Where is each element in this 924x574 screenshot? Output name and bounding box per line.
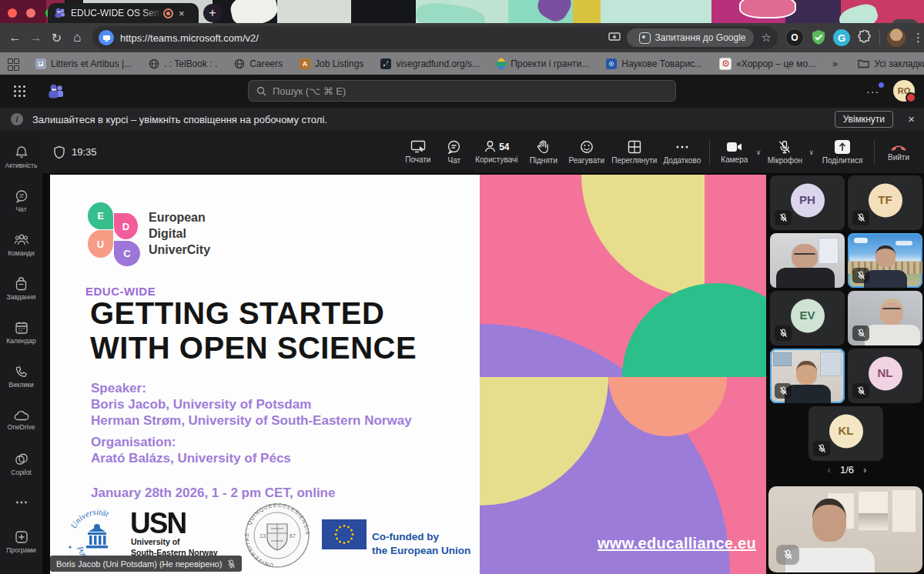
teams-profile-avatar[interactable]: RO xyxy=(893,80,915,102)
mic-options-chevron[interactable]: ∨ xyxy=(808,149,814,156)
usn-logo: USN xyxy=(130,506,186,540)
sidebar-item-activity[interactable]: Активність xyxy=(0,135,42,179)
all-bookmarks-button[interactable]: Усі закладки xyxy=(858,58,924,69)
browser-menu-icon[interactable]: ⋮ xyxy=(912,31,924,45)
website-link[interactable]: www.educalliance.eu xyxy=(588,535,766,552)
eu-line: Co-funded by xyxy=(372,530,470,544)
adblock-shield-icon[interactable] xyxy=(811,29,826,46)
forward-button[interactable]: → xyxy=(25,31,46,45)
home-button[interactable]: ⌂ xyxy=(67,30,88,45)
view-button[interactable]: Переглянути xyxy=(609,135,660,170)
presenter-name-text: Boris Jacob (Uni Potsdam) (Не перевірено… xyxy=(56,559,222,569)
site-permission-icon[interactable] xyxy=(99,30,114,45)
react-button[interactable]: Реагувати xyxy=(564,135,609,170)
bookmark-label: visegradfund.org/s... xyxy=(396,58,480,69)
back-button[interactable]: ← xyxy=(5,31,25,45)
participant-video-tile[interactable] xyxy=(770,233,845,288)
bookmark-item[interactable]: Careers xyxy=(234,58,283,69)
pager-prev-icon[interactable]: ‹ xyxy=(828,464,831,476)
button-label: Почати xyxy=(405,155,430,164)
seminar-date: January 28th 2026, 1 - 2 pm CET, online xyxy=(91,486,335,501)
lens-icon xyxy=(639,32,651,44)
wall-art xyxy=(858,491,889,531)
educ-logo-tile-d: D xyxy=(114,213,138,239)
start-share-button[interactable]: Почати xyxy=(398,135,438,170)
leave-button[interactable]: Вийти xyxy=(879,135,918,170)
bookmark-item[interactable]: Проекти і гранти... xyxy=(497,58,589,69)
bookmark-item[interactable]: . : TelBook : . xyxy=(149,58,217,69)
bookmark-item[interactable]: visegradfund.org/s... xyxy=(380,58,480,69)
participant-body xyxy=(865,325,920,345)
pager-next-icon[interactable]: › xyxy=(863,464,866,476)
bookmark-item[interactable]: A Job Listings xyxy=(300,58,363,69)
new-tab-button[interactable]: + xyxy=(203,4,222,22)
participant-tile[interactable]: EV xyxy=(770,291,845,345)
participant-tile[interactable]: NL xyxy=(848,349,922,403)
header-more-icon[interactable]: ··· xyxy=(866,85,879,98)
extension-o-icon[interactable]: O xyxy=(785,28,804,47)
bookmark-item[interactable]: Litteris et Artibus |... xyxy=(35,58,132,69)
participant-video-tile[interactable] xyxy=(848,233,922,288)
bookmark-item[interactable]: Наукове Товарис... xyxy=(606,58,702,69)
sidebar-item-chat[interactable]: Чат xyxy=(0,179,42,223)
teams-sidebar: Активність Чат Команди Завдання Календар… xyxy=(0,131,42,574)
globe-icon xyxy=(234,58,245,69)
button-label: Чат xyxy=(448,156,461,165)
extension-g-icon[interactable]: G xyxy=(833,29,850,46)
bookmark-item[interactable]: «Хоррор – це мо... xyxy=(719,58,815,70)
more-actions-button[interactable]: Додатково xyxy=(660,135,705,170)
mic-button[interactable]: Мікрофон xyxy=(762,135,807,170)
camera-options-chevron[interactable]: ∨ xyxy=(756,149,762,156)
banner-close-icon[interactable]: × xyxy=(908,112,915,125)
tab-recording-indicator xyxy=(163,8,173,18)
tab-groups-icon[interactable] xyxy=(8,58,18,69)
graffiti-shape xyxy=(739,0,796,18)
extensions-puzzle-icon[interactable] xyxy=(857,30,872,45)
participant-initials: TF xyxy=(878,193,892,206)
participant-tile[interactable]: PH xyxy=(770,175,845,230)
google-lens-chip[interactable]: Запитання до Google xyxy=(627,28,754,47)
participant-face xyxy=(796,361,817,385)
browser-tab[interactable]: EDUC-WIDE OS Seminar × xyxy=(48,3,199,23)
sidebar-item-apps[interactable]: Програми xyxy=(0,520,42,564)
sidebar-item-calls[interactable]: Виклики xyxy=(0,355,42,399)
participant-tile[interactable]: TF xyxy=(848,175,922,230)
sidebar-item-onedrive[interactable]: OneDrive xyxy=(0,399,42,442)
save-page-icon[interactable] xyxy=(608,32,621,43)
chat-button[interactable]: Чат xyxy=(438,135,470,170)
url-text[interactable]: https://teams.microsoft.com/v2/ xyxy=(120,32,608,44)
participant-initials: KL xyxy=(839,424,854,437)
app-launcher-icon[interactable] xyxy=(14,85,25,97)
sidebar-label: Активність xyxy=(5,162,38,169)
pecs-university-seal: UNIVERSITAS · QUINQUEECCLESIENSIS 13 67 xyxy=(244,502,310,569)
reload-button[interactable]: ↻ xyxy=(46,31,67,45)
camera-button[interactable]: Камера xyxy=(715,135,755,170)
share-button[interactable]: Поділитися xyxy=(815,135,869,170)
potsdam-arc-text: Universität xyxy=(69,507,111,530)
address-bar[interactable]: https://teams.microsoft.com/v2/ Запитанн… xyxy=(92,26,778,49)
logo-letter: C xyxy=(123,248,130,259)
bookmark-star-icon[interactable]: ☆ xyxy=(762,31,772,45)
info-icon: i xyxy=(11,113,23,125)
sidebar-item-calendar[interactable]: Календар xyxy=(0,311,42,355)
org-line: Digital xyxy=(149,226,210,242)
window-close-button[interactable] xyxy=(8,8,17,18)
participant-video-tile[interactable] xyxy=(770,349,845,403)
teams-search-input[interactable]: Пошук (⌥ ⌘ E) xyxy=(248,80,676,102)
sidebar-item-teams[interactable]: Команди xyxy=(0,223,42,267)
tab-close-icon[interactable]: × xyxy=(179,8,185,18)
participant-tile[interactable]: KL xyxy=(808,406,883,461)
bookmarks-overflow-chevron[interactable]: » xyxy=(832,58,838,69)
sidebar-more-apps[interactable] xyxy=(0,486,42,520)
participants-button[interactable]: 54 Користувачі xyxy=(470,135,523,170)
sidebar-item-copilot[interactable]: Copilot xyxy=(0,442,42,486)
participant-video-tile[interactable] xyxy=(848,291,922,345)
window-minimize-button[interactable] xyxy=(26,8,35,18)
raise-hand-button[interactable]: Підняти xyxy=(523,135,564,170)
sidebar-item-assignments[interactable]: Завдання xyxy=(0,267,42,311)
self-video-tile[interactable] xyxy=(768,486,922,572)
teams-logo[interactable] xyxy=(47,82,65,101)
enable-notifications-button[interactable]: Увімкнути xyxy=(835,111,893,128)
logo-letter: E xyxy=(97,210,104,222)
browser-profile-avatar[interactable] xyxy=(887,28,906,47)
